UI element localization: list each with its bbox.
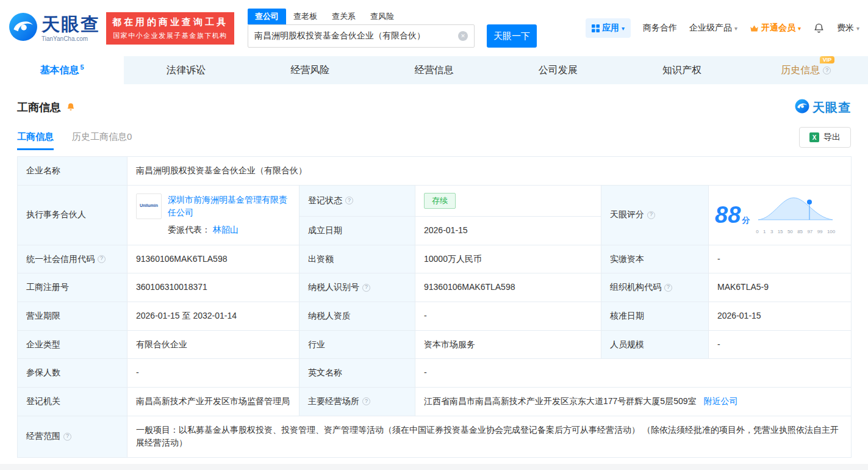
address-value: 江西省南昌市南昌高新技术产业开发区京东大道177号群辉大厦5层509室附近公司 <box>415 387 852 416</box>
table-row: 执行事务合伙人 Unilumin 深圳市前海洲明基金管理有限责任公司 委派代表：… <box>18 185 852 216</box>
search-tab-risk[interactable]: 查风险 <box>363 9 401 24</box>
tab-operation-info[interactable]: 经营信息 <box>372 56 496 84</box>
table-row: 工商注册号 360106310018371 纳税人识别号 ? 91360106M… <box>18 273 852 302</box>
reg-status-value: 存续 <box>415 185 601 216</box>
export-button[interactable]: X 导出 <box>799 127 851 148</box>
industry-value: 资本市场服务 <box>415 330 601 359</box>
help-icon: ? <box>362 284 370 292</box>
org-code-value: MAK6TLA5-9 <box>709 273 852 302</box>
search-input[interactable] <box>254 31 458 41</box>
tab-basic-info[interactable]: 基本信息 5 <box>0 56 124 84</box>
staff-size-value: - <box>709 330 852 359</box>
capital-label: 出资额 <box>299 245 415 273</box>
score-label: 天眼评分 ? <box>601 185 709 245</box>
table-row: 营业期限 2026-01-15 至 2032-01-14 纳税人资质 - 核准日… <box>18 302 852 330</box>
tab-company-development[interactable]: 公司发展 <box>496 56 620 84</box>
promo-banner: 都在用的商业查询工具 国家中小企业发展子基金旗下机构 <box>106 12 234 45</box>
table-row: 登记机关 南昌高新技术产业开发区市场监督管理局 主要经营场所 ? 江西省南昌市南… <box>18 387 852 416</box>
insured-count-value: - <box>127 359 299 388</box>
search-tab-relation[interactable]: 查关系 <box>325 9 363 24</box>
nearby-companies-link[interactable]: 附近公司 <box>704 396 738 406</box>
status-badge: 存续 <box>424 193 456 209</box>
notification-bell-icon[interactable] <box>813 23 825 34</box>
help-icon: ? <box>647 211 655 219</box>
paid-capital-label: 实缴资本 <box>601 245 709 273</box>
taxpayer-id-label: 纳税人识别号 ? <box>299 273 415 302</box>
business-term-label: 营业期限 <box>18 302 127 330</box>
tab-history-info[interactable]: 历史信息 VIP ? <box>744 56 868 84</box>
top-header: 天眼查 TianYanCha.com 都在用的商业查询工具 国家中小企业发展子基… <box>0 0 868 56</box>
search-tab-company[interactable]: 查公司 <box>248 9 286 24</box>
vip-membership-link[interactable]: 开通会员 ▾ <box>750 23 801 34</box>
vip-badge: VIP <box>820 56 835 63</box>
credit-code-label: 统一社会信用代码 ? <box>18 245 127 273</box>
company-type-label: 企业类型 <box>18 330 127 359</box>
english-name-value: - <box>415 359 852 388</box>
taxpayer-id-value: 91360106MAK6TLA598 <box>415 273 601 302</box>
business-term-value: 2026-01-15 至 2032-01-14 <box>127 302 299 330</box>
enterprise-products-link[interactable]: 企业级产品 ▾ <box>689 23 737 34</box>
help-icon: ? <box>345 197 353 204</box>
subtab-business-info[interactable]: 工商信息 <box>17 131 54 150</box>
reg-authority-value: 南昌高新技术产业开发区市场监督管理局 <box>127 387 299 416</box>
taxpayer-qualification-label: 纳税人资质 <box>299 302 415 330</box>
apps-button[interactable]: 应用 ▾ <box>586 18 631 38</box>
subscribe-bell-icon[interactable] <box>66 103 76 112</box>
org-code-label: 组织机构代码 ? <box>601 273 709 302</box>
taxpayer-qualification-value: - <box>415 302 601 330</box>
approval-date-label: 核准日期 <box>601 302 709 330</box>
excel-icon: X <box>809 132 819 142</box>
top-nav: 应用 ▾ 商务合作 企业级产品 ▾ 开通会员 ▾ <box>586 18 859 38</box>
address-label: 主要经营场所 ? <box>299 387 415 416</box>
tab-legal-proceedings[interactable]: 法律诉讼 <box>124 56 248 84</box>
logo-domain-text: TianYanCha.com <box>41 35 100 42</box>
site-logo[interactable]: 天眼查 TianYanCha.com <box>9 12 100 44</box>
clear-icon[interactable]: ✕ <box>458 31 468 41</box>
company-name-label: 企业名称 <box>18 157 127 186</box>
tab-operation-risk[interactable]: 经营风险 <box>248 56 372 84</box>
table-row: 企业类型 有限合伙企业 行业 资本市场服务 人员规模 - <box>18 330 852 359</box>
crown-icon <box>750 24 759 32</box>
search-button[interactable]: 天眼一下 <box>487 24 537 48</box>
partner-company-link[interactable]: 深圳市前海洲明基金管理有限责任公司 <box>168 195 287 218</box>
footer-strip <box>0 464 868 470</box>
subtab-history-business-info[interactable]: 历史工商信息0 <box>72 131 132 150</box>
tab-intellectual-property[interactable]: 知识产权 <box>620 56 744 84</box>
company-name-value: 南昌洲明股权投资基金合伙企业（有限合伙） <box>127 157 852 186</box>
reg-status-label: 登记状态 ? <box>299 185 415 216</box>
help-icon: ? <box>98 255 106 263</box>
approval-date-value: 2026-01-15 <box>709 302 852 330</box>
score-curve-chart: 01 315 5085 9799 100 <box>756 194 836 236</box>
tianyancha-page: 天眼查 TianYanCha.com 都在用的商业查询工具 国家中小企业发展子基… <box>0 0 868 458</box>
score-value: 88分 01 315 <box>709 185 852 245</box>
credit-code-value: 91360106MAK6TLA598 <box>127 245 299 273</box>
promo-line1: 都在用的商业查询工具 <box>112 16 228 28</box>
help-icon: ? <box>823 67 831 74</box>
table-row: 参保人数 - 英文名称 - <box>18 359 852 388</box>
search-tabs: 查公司 查老板 查关系 查风险 <box>248 9 537 24</box>
help-icon: ? <box>362 397 370 405</box>
company-type-value: 有限合伙企业 <box>127 330 299 359</box>
help-icon: ? <box>63 433 71 441</box>
tianyancha-logo-icon <box>795 99 809 116</box>
basic-info-count: 5 <box>81 63 84 71</box>
subtab-row: 工商信息 历史工商信息0 X 导出 <box>0 116 868 150</box>
business-cooperation-link[interactable]: 商务合作 <box>643 23 677 34</box>
grid-icon <box>592 24 600 32</box>
business-info-table: 企业名称 南昌洲明股权投资基金合伙企业（有限合伙） 执行事务合伙人 Unilum… <box>17 156 852 458</box>
business-scope-value: 一般项目：以私募基金从事股权投资、投资管理、资产管理等活动（须在中国证券投资基金… <box>127 416 852 457</box>
search-box: ✕ <box>248 24 475 48</box>
search-tab-boss[interactable]: 查老板 <box>286 9 325 24</box>
chevron-down-icon: ▾ <box>622 25 625 32</box>
delegate-link[interactable]: 林韶山 <box>213 225 239 234</box>
chevron-down-icon: ▾ <box>856 25 859 32</box>
english-name-label: 英文名称 <box>299 359 415 388</box>
user-menu[interactable]: 费米 ▾ <box>837 23 859 34</box>
help-icon: ? <box>664 284 672 292</box>
partner-label: 执行事务合伙人 <box>18 185 127 245</box>
chevron-down-icon: ▾ <box>734 25 737 32</box>
promo-line2: 国家中小企业发展子基金旗下机构 <box>112 31 228 40</box>
paid-capital-value: - <box>709 245 852 273</box>
table-row: 统一社会信用代码 ? 91360106MAK6TLA598 出资额 10000万… <box>18 245 852 273</box>
business-scope-label: 经营范围 ? <box>18 416 127 457</box>
